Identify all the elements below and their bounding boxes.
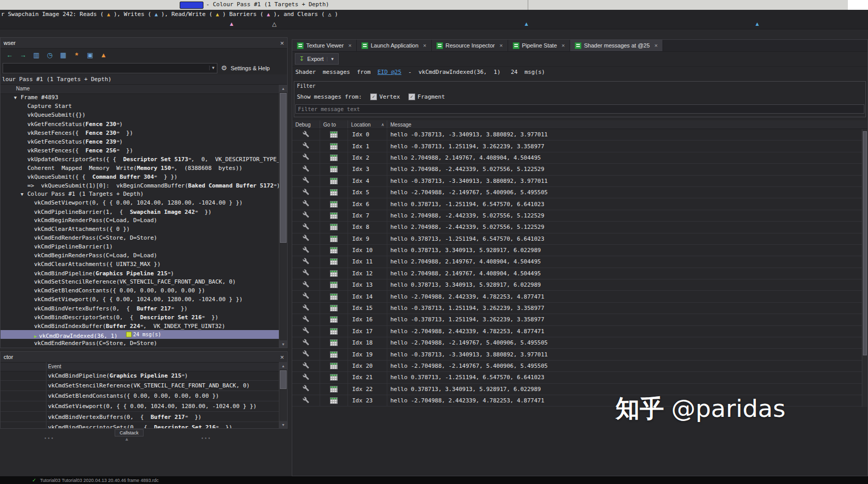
bookmark-icon[interactable]: * [73, 51, 81, 59]
debug-button[interactable] [292, 395, 320, 406]
timeline-pass-segment[interactable] [180, 2, 203, 9]
api-inspector-titlebar[interactable]: ctor × [1, 352, 287, 363]
goto-table-icon[interactable] [330, 270, 338, 277]
wrench-icon[interactable] [303, 165, 309, 174]
event-row[interactable]: vkCmdBeginRenderPass(C=Load, D=Load) [1, 251, 279, 260]
wrench-icon[interactable] [303, 280, 309, 290]
debug-button[interactable] [292, 326, 320, 337]
debug-button[interactable] [292, 187, 320, 198]
debug-button[interactable] [292, 361, 320, 371]
save-icon[interactable]: ▣ [86, 51, 94, 59]
goto-table-icon[interactable] [330, 201, 338, 208]
goto-button[interactable] [320, 198, 348, 209]
wrench-icon[interactable] [303, 176, 309, 185]
api-event-row[interactable]: vkCmdBindPipeline(Graphics Pipeline 215∞… [1, 370, 279, 381]
settings-help-button[interactable]: Settings & Help [231, 65, 270, 71]
event-row[interactable]: Capture Start [1, 102, 279, 111]
event-row[interactable]: vkGetFenceStatus(Fence 230∞) [1, 119, 279, 128]
message-row[interactable]: Idx 13hello 0.378713, 3.340913, 5.928917… [292, 279, 862, 291]
message-row[interactable]: Idx 7hello 2.704988, -2.442339, 5.027556… [292, 210, 862, 222]
goto-button[interactable] [320, 210, 348, 221]
event-row[interactable]: vkCmdClearAttachments({ 0 }) [1, 225, 279, 233]
event-row[interactable]: vkCmdClearAttachments({ UINT32_MAX }) [1, 260, 279, 269]
debug-button[interactable] [292, 245, 320, 256]
message-row[interactable]: Idx 4hello -0.378713, -3.340913, 3.88089… [292, 176, 862, 187]
message-row[interactable]: Idx 5hello -2.704988, -2.149767, 5.40090… [292, 187, 862, 198]
debug-button[interactable] [292, 222, 320, 232]
scrollbar-thumb[interactable] [280, 370, 287, 389]
timeline-bar[interactable]: - Colour Pass #1 (1 Targets + Depth) [0, 0, 848, 10]
resource-link-icon[interactable]: ∞ [168, 271, 170, 275]
wrench-icon[interactable] [303, 234, 309, 243]
goto-table-icon[interactable] [330, 189, 338, 196]
resource-link-icon[interactable]: ∞ [195, 209, 198, 214]
api-event-row[interactable]: vkCmdBindDescriptorSets(0, { Descriptor … [1, 422, 279, 428]
debug-button[interactable] [292, 314, 320, 325]
debug-button[interactable] [292, 176, 320, 186]
scroll-down-button[interactable]: ▼ [279, 421, 287, 428]
message-row[interactable]: Idx 8hello 2.704988, -2.442339, 5.027556… [292, 222, 862, 233]
goto-button[interactable] [320, 268, 348, 279]
goto-button[interactable] [320, 395, 348, 406]
wrench-icon[interactable] [303, 188, 309, 197]
event-row[interactable]: ▶vkCmdDrawIndexed(36, 1)24 msg(s) [1, 330, 279, 339]
event-row[interactable]: vkCmdBeginRenderPass(C=Load, D=Load) [1, 216, 279, 225]
fragment-checkbox[interactable]: ✓ Fragment [408, 93, 445, 100]
header-location[interactable]: Location ∧ [348, 120, 387, 129]
search-input[interactable] [3, 65, 209, 71]
message-row[interactable]: Idx 1hello -0.378713, 1.251194, 3.262239… [292, 140, 862, 152]
close-icon[interactable]: × [499, 42, 502, 49]
event-row[interactable]: vkCmdSetViewport(0, { { 0.00, 1024.00, 1… [1, 295, 279, 304]
resource-link-icon[interactable]: ∞ [117, 139, 119, 144]
message-row[interactable]: Idx 12hello 2.704988, 2.149767, 4.408904… [292, 268, 862, 279]
api-event-row[interactable]: vkCmdSetStencilReference(VK_STENCIL_FACE… [1, 381, 279, 391]
messages-scrollbar[interactable] [862, 129, 867, 407]
resource-link-icon[interactable]: ∞ [140, 323, 143, 328]
close-icon[interactable]: × [349, 42, 352, 49]
debug-button[interactable] [292, 279, 320, 290]
timeline-icon[interactable]: ▥ [33, 51, 40, 59]
stats-icon[interactable]: ▦ [59, 51, 67, 59]
expander-icon[interactable]: ▼ [14, 93, 21, 102]
event-row[interactable]: vkCmdBindDescriptorSets(0, { Descriptor … [1, 313, 279, 321]
goto-table-icon[interactable] [330, 397, 338, 404]
goto-button[interactable] [320, 129, 348, 140]
goto-button[interactable] [320, 187, 348, 198]
resource-link-icon[interactable]: ∞ [117, 148, 119, 152]
debug-button[interactable] [292, 291, 320, 302]
event-row[interactable]: ▼Frame #4893 [1, 93, 279, 102]
goto-table-icon[interactable] [330, 339, 338, 346]
debug-button[interactable] [292, 372, 320, 383]
wrench-icon[interactable] [303, 246, 309, 255]
api-event-row[interactable]: vkCmdBindVertexBuffers(0, { Buffer 217∞ … [1, 412, 279, 422]
debug-button[interactable] [292, 337, 320, 348]
goto-table-icon[interactable] [330, 258, 338, 265]
usage-event-marker[interactable]: ▲ [229, 20, 234, 27]
debug-button[interactable] [292, 129, 320, 140]
goto-button[interactable] [320, 337, 348, 348]
chevron-down-icon[interactable]: ▼ [209, 66, 217, 70]
wrench-icon[interactable] [303, 350, 309, 359]
api-inspector-scrollbar[interactable]: ▲ ▼ [279, 362, 287, 428]
close-icon[interactable]: × [280, 354, 284, 361]
scroll-up-button[interactable]: ▲ [279, 362, 287, 369]
message-row[interactable]: Idx 17hello -2.704988, 2.442339, 4.78225… [292, 326, 862, 337]
resource-link-icon[interactable]: ∞ [216, 425, 219, 428]
event-row[interactable]: vkCmdPipelineBarrier(1) [1, 242, 279, 251]
event-row[interactable]: vkQueueSubmit({ { Command Buffer 304∞ } … [1, 172, 279, 181]
event-row[interactable]: vkCmdSetBlendConstants({ 0.00, 0.00, 0.0… [1, 286, 279, 295]
event-row[interactable]: vkGetFenceStatus(Fence 239∞) [1, 137, 279, 146]
expander-icon[interactable]: ▼ [21, 190, 27, 199]
wrench-icon[interactable] [303, 315, 309, 324]
goto-table-icon[interactable] [330, 351, 338, 358]
message-row[interactable]: Idx 16hello -0.378713, 1.251194, 3.26223… [292, 314, 862, 325]
message-row[interactable]: Idx 2hello 2.704988, 2.149767, 4.408904,… [292, 152, 862, 164]
event-tree-scrollbar[interactable]: ▲ ▼ [279, 85, 287, 348]
event-row[interactable]: Coherent Mapped Memory Write(Memory 150∞… [1, 163, 279, 172]
goto-table-icon[interactable] [330, 328, 338, 335]
goto-table-icon[interactable] [330, 316, 338, 323]
debug-button[interactable] [292, 198, 320, 209]
message-row[interactable]: Idx 3hello 2.704988, -2.442339, 5.027556… [292, 164, 862, 175]
wrench-icon[interactable] [303, 304, 309, 313]
event-row[interactable]: vkCmdBindPipeline(Graphics Pipeline 215∞… [1, 269, 279, 277]
